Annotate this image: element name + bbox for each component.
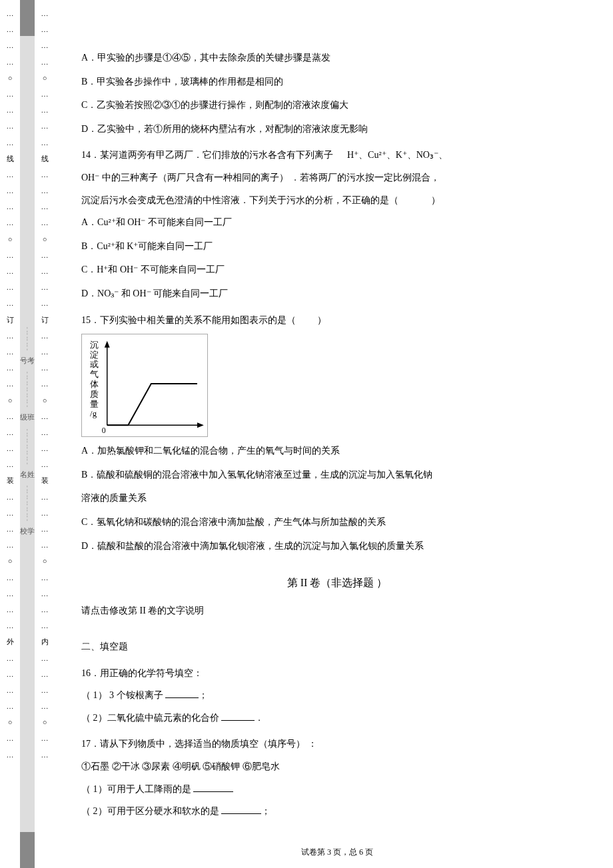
margin-mark: … bbox=[7, 602, 14, 618]
margin-mark: … bbox=[41, 586, 49, 602]
margin-mark: … bbox=[41, 344, 49, 360]
margin-mark: … bbox=[41, 135, 49, 151]
margin-mark: … bbox=[41, 602, 49, 618]
margin-mark: … bbox=[41, 5, 49, 21]
q14-close: ） bbox=[431, 195, 440, 205]
q17-blank-1[interactable] bbox=[193, 783, 233, 792]
q15-stem-text: 15．下列实验中相关量的关系不能用如图表示的是（ bbox=[81, 315, 296, 325]
margin-mark: 装 bbox=[7, 472, 14, 488]
chart-ylabel-3: 或 bbox=[90, 360, 99, 369]
dash-sep-3: ¦¦¦¦¦¦ bbox=[27, 428, 28, 464]
q13-opt-d: D．乙实验中，若①所用的烧杯内壁沾有水，对配制的溶液浓度无影响 bbox=[81, 118, 593, 141]
inner-margin-column: …………○…………线…………○…………订…………○…………装…………○…………内… bbox=[35, 0, 55, 868]
margin-mark: … bbox=[41, 102, 49, 118]
label-xiao-text: 校学 bbox=[20, 526, 35, 536]
q15-opt-b: B．硫酸和硫酸铜的混合溶液中加入氢氧化钠溶液至过量，生成的沉淀与加入氢氧化钠 bbox=[81, 464, 593, 486]
q16-p2b: ． bbox=[255, 713, 264, 723]
margin-mark: ○ bbox=[7, 714, 14, 730]
chart-ylabel-7: 量 bbox=[90, 400, 99, 409]
q17-p2: （ 2）可用于区分硬水和软水的是 ； bbox=[81, 800, 593, 823]
dash-sep-4: ¦¦¦¦¦¦ bbox=[27, 485, 28, 521]
margin-mark: … bbox=[41, 650, 49, 666]
margin-mark: … bbox=[7, 505, 14, 521]
margin-mark: … bbox=[7, 344, 14, 360]
margin-mark: … bbox=[7, 698, 14, 714]
q16-p2a: （ 2）二氧化硫中硫元素的化合价 bbox=[81, 713, 221, 723]
q17-blank-2[interactable] bbox=[221, 805, 261, 814]
margin-mark: ○ bbox=[41, 70, 49, 86]
margin-mark: ○ bbox=[41, 714, 49, 730]
q17-stem: 17．请从下列物质中，选择适当的物质填空（填序号） ： bbox=[81, 733, 593, 755]
label-ban-text: 级班 bbox=[20, 412, 35, 422]
margin-mark: … bbox=[41, 263, 49, 279]
chart-ylabel-1: 沉 bbox=[90, 340, 99, 350]
margin-mark: … bbox=[41, 747, 49, 763]
margin-mark: … bbox=[7, 199, 14, 215]
margin-mark: ○ bbox=[7, 553, 14, 569]
margin-mark: … bbox=[41, 167, 49, 183]
y-axis-arrow bbox=[105, 341, 110, 348]
margin-mark: … bbox=[7, 215, 14, 230]
q16-p1b: ； bbox=[199, 690, 208, 700]
label-xiao: 校学 bbox=[20, 526, 35, 536]
q15-stem: 15．下列实验中相关量的关系不能用如图表示的是（ ） bbox=[81, 309, 593, 332]
label-kao-text: 号考 bbox=[20, 356, 35, 366]
margin-mark: … bbox=[41, 247, 49, 263]
q17-opts: ①石墨 ②干冰 ③尿素 ④明矾 ⑤硝酸钾 ⑥肥皂水 bbox=[81, 755, 593, 778]
margin-mark: … bbox=[7, 650, 14, 666]
margin-mark: … bbox=[7, 376, 14, 392]
dark-strip: ¦¦¦¦ 号考 ¦¦¦¦¦¦ 级班 ¦¦¦¦¦¦ 名姓 ¦¦¦¦¦¦ 校学 bbox=[20, 0, 35, 868]
margin-mark: … bbox=[41, 682, 49, 698]
label-xing: 名姓 bbox=[20, 470, 35, 480]
margin-mark: 订 bbox=[41, 312, 49, 328]
margin-mark: … bbox=[41, 328, 49, 344]
q13-opt-a: A．甲实验的步骤是①④⑤，其中去除杂质的关键步骤是蒸发 bbox=[81, 47, 593, 69]
chart-ylabel-5: 体 bbox=[90, 380, 99, 389]
margin-mark: … bbox=[7, 730, 14, 746]
label-xing-text: 名姓 bbox=[20, 470, 35, 480]
margin-mark: … bbox=[41, 199, 49, 215]
page-footer: 试卷第 3 页，总 6 页 bbox=[81, 843, 593, 862]
margin-mark: … bbox=[7, 570, 14, 586]
q16-p1a: （ 1） 3 个铵根离子 bbox=[81, 690, 165, 700]
margin-mark: ○ bbox=[7, 231, 14, 247]
margin-mark: ○ bbox=[41, 392, 49, 408]
outer-margin-column: …………○…………线…………○…………订…………○…………装…………○…………外… bbox=[0, 0, 20, 868]
q14-opt-d: D．NO₃⁻ 和 OH⁻ 可能来自同一工厂 bbox=[81, 282, 593, 305]
margin-mark: … bbox=[7, 489, 14, 505]
dark-strip-bottom bbox=[20, 832, 35, 868]
margin-mark: … bbox=[7, 360, 14, 376]
margin-mark: 装 bbox=[41, 472, 49, 488]
q13-opt-c: C．乙实验若按照②③①的步骤进行操作，则配制的溶液浓度偏大 bbox=[81, 94, 593, 117]
chart-ylabel-2: 淀 bbox=[90, 350, 99, 360]
margin-mark: … bbox=[7, 586, 14, 602]
section-2-title: 第 II 卷（非选择题 ） bbox=[81, 570, 593, 596]
q14-ions: H⁺、Cu²⁺、K⁺、NO₃⁻、 bbox=[347, 150, 448, 160]
q16-blank-2[interactable] bbox=[221, 711, 255, 721]
chart-line bbox=[107, 384, 197, 425]
margin-mark: … bbox=[41, 295, 49, 311]
margin-mark: ○ bbox=[7, 70, 14, 86]
margin-mark: … bbox=[7, 247, 14, 263]
margin-mark: … bbox=[41, 86, 49, 102]
margin-mark: … bbox=[7, 102, 14, 118]
q16-p1: （ 1） 3 个铵根离子 ； bbox=[81, 684, 593, 707]
margin-mark: … bbox=[41, 730, 49, 746]
label-ban: 级班 bbox=[20, 412, 35, 422]
q14-stem-a: 14．某河道两旁有甲乙两厂．它们排放的污水各含有下列离子 bbox=[81, 150, 333, 160]
margin-mark: ○ bbox=[41, 553, 49, 569]
margin-mark: … bbox=[41, 215, 49, 230]
margin-mark: … bbox=[41, 570, 49, 586]
margin-mark: … bbox=[7, 263, 14, 279]
part2-heading: 二、填空题 bbox=[81, 636, 593, 658]
margin-mark: … bbox=[7, 440, 14, 456]
q15-close: ） bbox=[317, 315, 326, 325]
dash-sep-2: ¦¦¦¦¦¦ bbox=[27, 371, 28, 407]
q17-p1: （ 1）可用于人工降雨的是 bbox=[81, 778, 593, 801]
q15-opt-d: D．硫酸和盐酸的混合溶液中滴加氯化钡溶液，生成的沉淀与加入氯化钡的质量关系 bbox=[81, 535, 593, 558]
q16-blank-1[interactable] bbox=[165, 689, 199, 698]
dark-strip-top bbox=[20, 0, 35, 36]
margin-mark: 线 bbox=[7, 151, 14, 167]
margin-mark: … bbox=[41, 505, 49, 521]
margin-mark: … bbox=[7, 537, 14, 553]
